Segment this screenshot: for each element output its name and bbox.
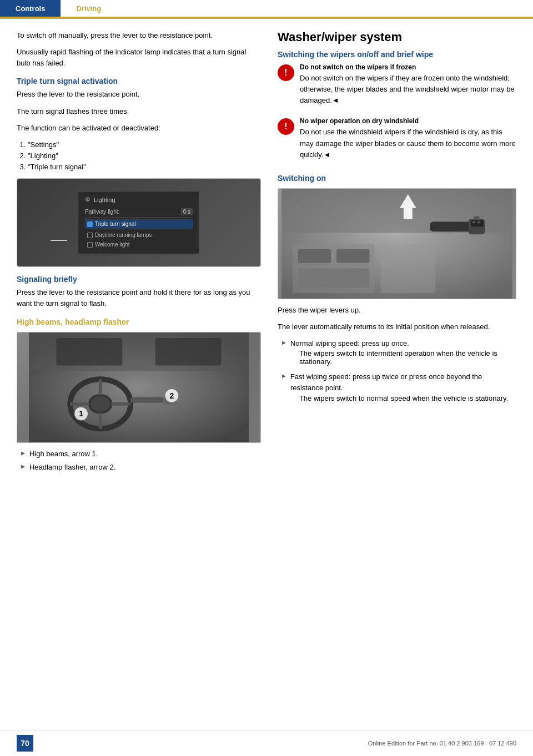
svg-rect-27 [336, 249, 369, 263]
page-number: 70 [17, 735, 33, 752]
bullet-headlamp: ► Headlamp flasher, arrow 2. [17, 462, 261, 473]
bullet-normal-wiping: ► Normal wiping speed: press up once. Th… [278, 338, 516, 369]
warning-title-2: No wiper operation on dry windshield [300, 117, 516, 125]
bullet-fast-wiping: ► Fast wiping speed: press up twice or p… [278, 371, 516, 405]
triple-label: Triple turn signal [95, 221, 136, 227]
fast-wiping-label: Fast wiping speed: press up twice or pre… [290, 372, 482, 392]
svg-rect-21 [474, 216, 480, 220]
svg-rect-24 [477, 221, 481, 223]
high-beams-label: High beams, arrow 1. [29, 448, 261, 460]
section1-heading: Triple turn signal activation [17, 77, 261, 85]
section2-heading: Signaling briefly [17, 275, 261, 284]
checkbox-checked-icon [87, 221, 93, 227]
svg-text:1: 1 [79, 409, 83, 418]
svg-rect-23 [472, 221, 476, 223]
svg-rect-15 [155, 337, 222, 365]
list-item: "Triple turn signal" [28, 162, 261, 173]
list-item: "Settings" [28, 139, 261, 150]
menu-daytime-row: Daytime running lamps [85, 230, 193, 240]
svg-rect-7 [130, 397, 163, 402]
gear-icon: ⚙ [85, 196, 90, 203]
switching-on-para1: Press the wiper levers up. [278, 305, 516, 316]
section3-heading: High beams, headlamp flasher [17, 317, 261, 326]
bullet-high-beams: ► High beams, arrow 1. [17, 448, 261, 460]
wiper-svg [278, 189, 516, 299]
intro-para2: Unusually rapid flashing of the indicato… [17, 47, 261, 69]
list-text: "Lighting" [28, 152, 58, 160]
switching-on-heading: Switching on [278, 174, 516, 183]
pathway-val: 0 s [181, 208, 193, 215]
left-column: To switch off manually, press the lever … [17, 30, 261, 475]
svg-rect-19 [430, 221, 474, 231]
menu-pathway-row: Pathway light: 0 s [85, 206, 193, 218]
switching-on-para2: The lever automatically returns to its i… [278, 321, 516, 332]
warning-box-2: ! No wiper operation on dry windshield D… [278, 117, 516, 165]
wiper-image [278, 188, 516, 299]
arrow-icon3: ► [281, 339, 287, 369]
section1-sub-heading: Switching the wipers on/off and brief wi… [278, 50, 516, 59]
arrow-icon4: ► [281, 372, 287, 405]
tab-driving[interactable]: Driving [61, 0, 117, 17]
svg-rect-14 [57, 337, 123, 365]
daytime-label: Daytime running lamps [95, 232, 152, 238]
tab-controls[interactable]: Controls [0, 0, 61, 17]
warning-text-1: Do not switch on the wipers if frozen Do… [300, 63, 516, 112]
warning-icon-2: ! [278, 118, 294, 135]
intro-para1: To switch off manually, press the lever … [17, 30, 261, 41]
pathway-label: Pathway light: [85, 209, 119, 215]
lighting-menu-box: ⚙ Lighting Pathway light: 0 s Triple tur… [78, 191, 200, 254]
page-header: Controls Driving [0, 0, 533, 18]
fast-wiping-sub: The wipers switch to normal speed when t… [299, 394, 516, 402]
svg-text:2: 2 [170, 391, 174, 400]
warning-body-2: Do not use the windshield wipers if the … [300, 127, 516, 160]
car-interior-svg: 1 2 [17, 332, 260, 442]
section1-para3: The function can be activated or deactiv… [17, 123, 261, 134]
warning-title-1: Do not switch on the wipers if frozen [300, 63, 516, 71]
checkbox-unchecked-icon [87, 233, 93, 238]
checkbox-unchecked-icon2 [87, 242, 93, 248]
menu-triple-row: Triple turn signal [85, 219, 193, 229]
main-content: To switch off manually, press the lever … [0, 19, 533, 486]
welcome-label: Welcome light [95, 241, 130, 248]
section1-list: "Settings" "Lighting" "Triple turn signa… [28, 139, 261, 173]
menu-title-row: ⚙ Lighting [85, 196, 193, 203]
warning-text-2: No wiper operation on dry windshield Do … [300, 117, 516, 165]
list-text: "Settings" [28, 140, 59, 149]
list-item: "Lighting" [28, 150, 261, 162]
menu-title-text: Lighting [94, 196, 115, 203]
high-beams-image: 1 2 [17, 332, 261, 443]
lighting-menu-image: ⚙ Lighting Pathway light: 0 s Triple tur… [17, 178, 261, 267]
section2-para: Press the lever to the resistance point … [17, 287, 261, 309]
right-column: Washer/wiper system Switching the wipers… [278, 30, 516, 475]
svg-rect-28 [298, 268, 370, 288]
warning-icon-1: ! [278, 64, 294, 81]
arrow-icon2: ► [20, 463, 26, 473]
warning-body-1: Do not switch on the wipers if they are … [300, 73, 516, 106]
page-footer: 70 Online Edition for Part no. 01 40 2 9… [0, 730, 533, 756]
warning-box-1: ! Do not switch on the wipers if frozen … [278, 63, 516, 112]
svg-rect-29 [380, 244, 435, 293]
svg-rect-26 [298, 249, 331, 263]
normal-wiping-label: Normal wiping speed: press up once. [290, 339, 409, 347]
footer-text: Online Edition for Part no. 01 40 2 903 … [368, 740, 516, 747]
arrow-icon: ► [20, 450, 26, 460]
normal-wiping-sub: The wipers switch to intermittent operat… [299, 349, 516, 366]
svg-point-2 [89, 395, 112, 412]
main-heading: Washer/wiper system [278, 30, 516, 44]
section1-para2: The turn signal flashes three times. [17, 106, 261, 117]
headlamp-label: Headlamp flasher, arrow 2. [29, 462, 261, 473]
menu-welcome-row: Welcome light [85, 240, 193, 249]
section1-para1: Press the lever to the resistance point. [17, 89, 261, 100]
list-text: "Triple turn signal" [28, 163, 86, 171]
